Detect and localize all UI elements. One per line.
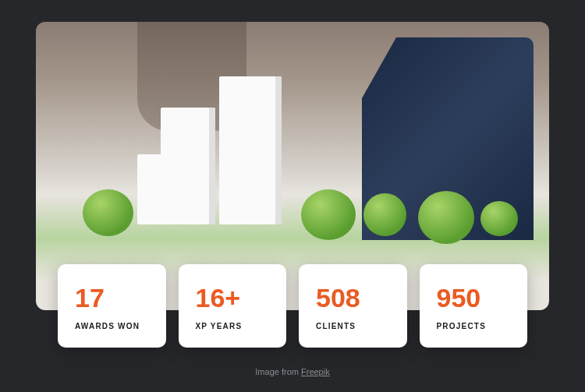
- stat-card-awards: 17 AWARDS WON: [58, 264, 166, 348]
- stat-card-xp: 16+ XP YEARS: [179, 264, 287, 348]
- stat-label: AWARDS WON: [75, 322, 151, 330]
- stat-value: 17: [75, 284, 151, 311]
- hero-section: 17 AWARDS WON 16+ XP YEARS 508 CLIENTS 9…: [36, 22, 549, 310]
- stats-row: 17 AWARDS WON 16+ XP YEARS 508 CLIENTS 9…: [58, 264, 527, 348]
- stat-value: 508: [316, 284, 392, 311]
- stat-value: 950: [437, 284, 512, 311]
- stat-value: 16+: [196, 284, 271, 311]
- stat-card-projects: 950 PROJECTS: [420, 264, 528, 348]
- stat-label: CLIENTS: [316, 322, 392, 330]
- attribution-link[interactable]: Freepik: [301, 367, 330, 376]
- stat-label: PROJECTS: [437, 322, 512, 330]
- stat-label: XP YEARS: [196, 322, 271, 330]
- attribution-prefix: Image from: [255, 367, 301, 376]
- stat-card-clients: 508 CLIENTS: [299, 264, 407, 348]
